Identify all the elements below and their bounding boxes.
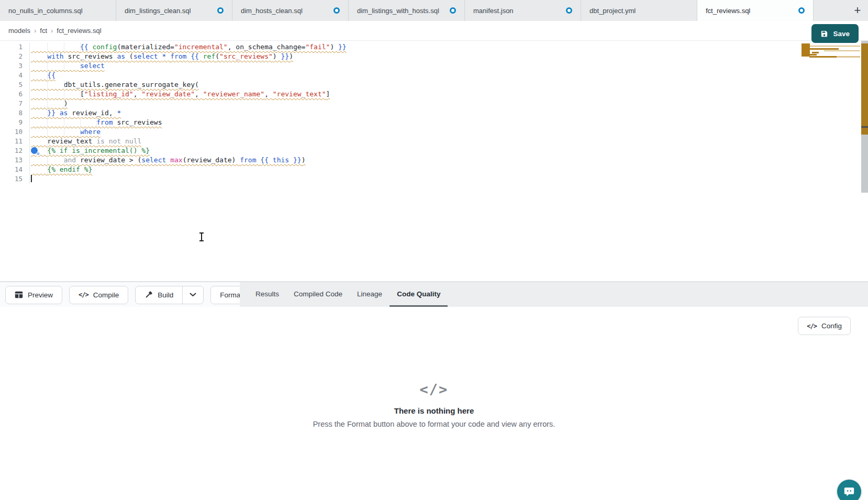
code-icon: </> <box>420 381 449 397</box>
result-tab[interactable]: Code Quality <box>390 282 448 307</box>
file-tab-label: dim_hosts_clean.sql <box>241 7 303 15</box>
file-tab-label: dim_listings_with_hosts.sql <box>357 7 439 15</box>
chevron-down-icon <box>190 293 196 297</box>
breadcrumb-item[interactable]: fct_reviews.sql <box>57 27 101 35</box>
result-tab[interactable]: Compiled Code <box>286 282 350 307</box>
table-icon <box>15 291 23 298</box>
code-line[interactable]: 5 dbt_utils.generate_surrogate_key( <box>0 80 858 90</box>
text-caret <box>31 175 32 182</box>
lint-hint-icon[interactable] <box>31 147 38 154</box>
help-chat-button[interactable] <box>837 480 861 500</box>
line-number: 9 <box>0 118 30 127</box>
file-tab[interactable]: dbt_project.yml <box>581 0 697 21</box>
line-number: 2 <box>0 52 30 61</box>
code-line[interactable]: 6 ["listing_id", "review_date", "reviewe… <box>0 90 858 99</box>
code-line-text: {{ <box>31 71 55 80</box>
file-tab[interactable]: dim_listings_clean.sql <box>116 0 232 21</box>
code-line-text: dbt_utils.generate_surrogate_key( <box>31 80 199 90</box>
hammer-icon <box>144 291 153 299</box>
breadcrumb-item[interactable]: models <box>8 27 30 35</box>
build-button[interactable]: Build <box>136 286 182 304</box>
code-line-text: and review_date > (select max(review_dat… <box>31 155 305 165</box>
floppy-disk-icon <box>820 30 828 38</box>
unsaved-dot-icon <box>217 7 224 14</box>
unsaved-dot-icon <box>566 7 572 14</box>
code-line-text: ["listing_id", "review_date", "reviewer_… <box>31 90 330 99</box>
editor-minimap <box>802 43 860 58</box>
code-editor[interactable]: 1 {{ config(materialized="incremental", … <box>0 41 868 282</box>
file-tab[interactable]: fct_reviews.sql <box>697 0 814 21</box>
compile-button-label: Compile <box>93 291 119 299</box>
code-line[interactable]: 13 and review_date > (select max(review_… <box>0 155 858 165</box>
file-tab-label: dim_listings_clean.sql <box>125 7 191 15</box>
breadcrumb-separator: › <box>34 27 36 35</box>
code-icon: </> <box>79 291 88 298</box>
code-quality-panel: </> Config </> There is nothing here Pre… <box>0 307 868 500</box>
preview-button[interactable]: Preview <box>5 286 62 304</box>
editor-scrollbar[interactable] <box>861 41 868 193</box>
file-tab[interactable]: dim_hosts_clean.sql <box>232 0 349 21</box>
file-tab-label: fct_reviews.sql <box>706 7 750 15</box>
code-line-text: {% if is_incremental() %} <box>31 146 150 155</box>
empty-state: </> There is nothing here Press the Form… <box>0 381 868 428</box>
code-line-text: review_text is not null <box>31 137 141 146</box>
code-line[interactable]: 4 {{ <box>0 71 858 80</box>
result-tabs: ResultsCompiled CodeLineageCode Quality <box>240 282 868 307</box>
code-line[interactable]: 3 select <box>0 61 858 71</box>
code-line[interactable]: 11 review_text is not null <box>0 137 858 146</box>
scrollbar-warning-band <box>861 43 868 135</box>
build-button-label: Build <box>158 291 173 299</box>
file-tab-bar: no_nulls_in_columns.sql dim_listings_cle… <box>0 0 868 21</box>
unsaved-dot-icon <box>450 7 456 14</box>
code-lines: 1 {{ config(materialized="incremental", … <box>0 42 858 184</box>
unsaved-dot-icon <box>798 7 805 14</box>
line-number: 10 <box>0 127 30 137</box>
code-line[interactable]: 7 ) <box>0 99 858 108</box>
line-number: 14 <box>0 165 30 174</box>
new-tab-button[interactable]: + <box>847 0 868 21</box>
file-tab-label: dbt_project.yml <box>589 7 636 15</box>
file-tab[interactable]: dim_listings_with_hosts.sql <box>349 0 465 21</box>
code-line[interactable]: 10 where <box>0 127 858 137</box>
code-line[interactable]: 12 {% if is_incremental() %} <box>0 146 858 155</box>
code-line[interactable]: 8 }} as review_id, * <box>0 108 858 118</box>
save-button[interactable]: Save <box>811 24 859 43</box>
format-button-label: Format <box>220 291 242 299</box>
line-number: 15 <box>0 174 30 184</box>
code-line[interactable]: 14 {% endif %} <box>0 165 858 174</box>
code-line-text: from src_reviews <box>31 118 162 127</box>
preview-button-label: Preview <box>28 291 53 299</box>
line-number: 7 <box>0 99 30 108</box>
breadcrumb-item[interactable]: fct <box>40 27 47 35</box>
build-split-button: Build <box>135 286 204 304</box>
line-number: 4 <box>0 71 30 80</box>
file-tab[interactable]: manifest.json <box>465 0 581 21</box>
code-line[interactable]: 2 with src_reviews as (select * from {{ … <box>0 52 858 61</box>
breadcrumb-bar: models›fct›fct_reviews.sql <box>0 21 868 41</box>
line-number: 5 <box>0 80 30 90</box>
build-menu-button[interactable] <box>182 286 203 304</box>
code-line[interactable]: 1 {{ config(materialized="incremental", … <box>0 42 858 52</box>
unsaved-dot-icon <box>333 7 340 14</box>
file-tabs: no_nulls_in_columns.sql dim_listings_cle… <box>0 0 814 21</box>
mouse-text-cursor <box>201 232 202 241</box>
editor-toolbar: Preview </> Compile Bui <box>0 282 868 307</box>
code-line-text: {{ config(materialized="incremental", on… <box>31 42 347 52</box>
config-button[interactable]: </> Config <box>798 317 851 335</box>
config-button-label: Config <box>821 322 842 330</box>
breadcrumb-separator: › <box>51 27 53 35</box>
file-tab-label: no_nulls_in_columns.sql <box>8 7 83 15</box>
code-line-text: }} as review_id, * <box>31 108 121 118</box>
code-line[interactable]: 9 from src_reviews <box>0 118 858 127</box>
code-line-text: where <box>31 127 101 137</box>
result-tab[interactable]: Lineage <box>350 282 390 307</box>
line-number: 12 <box>0 146 30 155</box>
file-tab[interactable]: no_nulls_in_columns.sql <box>0 0 116 21</box>
code-line-text: ) <box>31 99 68 108</box>
code-line[interactable]: 15 <box>0 174 858 184</box>
breadcrumb: models›fct›fct_reviews.sql <box>8 27 102 35</box>
compile-button[interactable]: </> Compile <box>69 286 128 304</box>
result-tab[interactable]: Results <box>248 282 286 307</box>
code-line-text: with src_reviews as (select * from {{ re… <box>31 52 293 61</box>
line-number: 8 <box>0 108 30 118</box>
